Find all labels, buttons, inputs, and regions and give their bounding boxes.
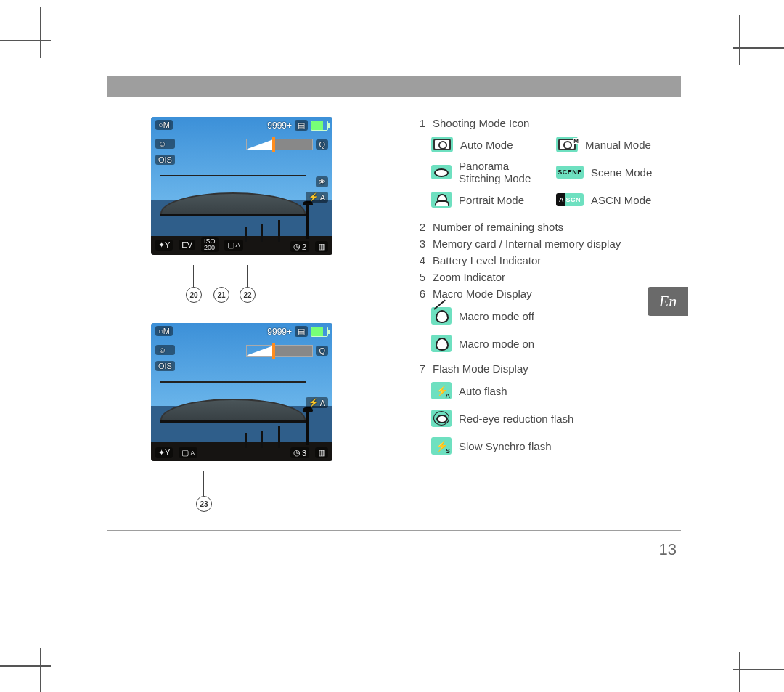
icon-label: Portrait Mode xyxy=(459,194,524,206)
callout-number: 21 xyxy=(213,287,229,303)
header-bar xyxy=(107,76,681,97)
tools-icon: ✦Y xyxy=(155,240,173,251)
callout-number: 23 xyxy=(196,496,212,512)
legend-label: Shooting Mode Icon xyxy=(433,117,681,129)
callout-number: 22 xyxy=(240,287,256,303)
callout-group-top: 20 21 22 xyxy=(171,265,391,309)
shots-remaining-label: 9999+ xyxy=(267,327,292,337)
shots-remaining-label: 9999+ xyxy=(267,121,292,131)
crop-mark xyxy=(40,648,41,692)
legend: 1 Shooting Mode Icon Auto Mode M Manual … xyxy=(391,117,681,515)
lcd-screen-top: ○M 9999+ ▤ ☺ OIS Q ❀ ⚡A xyxy=(151,117,332,255)
icon-label: Panorama Stitching Mode xyxy=(459,160,539,184)
ascn-mode-icon xyxy=(556,193,584,206)
portrait-mode-icon xyxy=(431,192,452,208)
memory-icon: ▤ xyxy=(295,326,308,337)
mode-badge-icon: ○M xyxy=(155,326,173,336)
legend-num: 7 xyxy=(412,362,425,375)
ois-icon: OIS xyxy=(155,361,175,371)
icon-label: Auto flash xyxy=(459,385,507,397)
battery-icon xyxy=(311,327,328,337)
icon-label: ASCN Mode xyxy=(591,194,651,206)
macro-icon: ❀ xyxy=(316,176,328,187)
icon-label: Red-eye reduction flash xyxy=(459,412,573,425)
flash-auto-icon: A xyxy=(431,382,452,399)
memory-icon: ▤ xyxy=(295,120,308,131)
flash-redeye-icon xyxy=(431,410,452,427)
legend-label: Number of remaining shots xyxy=(433,221,681,233)
legend-label: Zoom Indicator xyxy=(433,271,681,283)
zoom-indicator xyxy=(246,345,313,357)
macro-on-icon xyxy=(431,335,452,352)
lcd-screen-bottom: ○M 9999+ ▤ ☺ OIS Q ⚡A xyxy=(151,323,332,461)
wb-icon: ▢A xyxy=(224,240,243,251)
crop-mark xyxy=(40,7,41,58)
magnify-icon: Q xyxy=(316,139,328,150)
zoom-indicator xyxy=(246,139,313,150)
size-icon: ▥ xyxy=(315,447,328,458)
magnify-icon: Q xyxy=(316,346,328,356)
language-tab: En xyxy=(648,287,688,316)
battery-icon xyxy=(311,121,328,131)
crop-mark xyxy=(733,669,784,670)
lcd-previews: ○M 9999+ ▤ ☺ OIS Q ❀ ⚡A xyxy=(107,117,391,515)
page-body: En ○M 9999+ ▤ ☺ OIS xyxy=(107,76,681,515)
manual-mode-icon: M xyxy=(556,137,578,152)
legend-label: Battery Level Indicator xyxy=(433,254,681,266)
crop-mark xyxy=(733,47,784,49)
icon-label: Macro mode off xyxy=(459,310,534,322)
legend-num: 3 xyxy=(412,237,425,250)
scene-mode-icon xyxy=(556,166,584,179)
legend-label: Memory card / Internal memory display xyxy=(433,237,681,250)
callout-number: 20 xyxy=(186,287,202,303)
crop-mark xyxy=(0,40,51,41)
ev-icon: EV xyxy=(179,240,195,250)
callout-group-bottom: 23 xyxy=(181,471,391,515)
auto-mode-icon xyxy=(431,137,453,152)
icon-label: Auto Mode xyxy=(460,139,513,151)
page-number: 13 xyxy=(659,540,677,559)
flash-icon: ⚡A xyxy=(306,192,328,203)
wb-icon: ▢A xyxy=(179,447,197,458)
flash-mode-list: A Auto flash Red-eye reduction flash S S… xyxy=(431,382,681,455)
legend-label: Macro Mode Display xyxy=(433,288,681,300)
tools-icon: ✦Y xyxy=(155,447,173,458)
crop-mark xyxy=(739,652,740,692)
panorama-mode-icon xyxy=(431,165,452,179)
face-detect-icon: ☺ xyxy=(155,345,175,355)
flash-slow-icon: S xyxy=(431,437,452,455)
icon-label: Macro mode on xyxy=(459,338,534,350)
iso-icon: ISO 200 xyxy=(201,237,219,252)
icon-label: Scene Mode xyxy=(591,166,652,179)
self-timer-icon: ◷ 2 xyxy=(290,241,309,252)
macro-mode-list: Macro mode off Macro mode on xyxy=(431,307,681,352)
legend-num: 5 xyxy=(412,271,425,283)
page-footer: 13 xyxy=(107,530,681,569)
legend-num: 4 xyxy=(412,254,425,266)
size-icon: ▥ xyxy=(315,241,328,252)
crop-mark xyxy=(0,665,51,667)
face-detect-icon: ☺ xyxy=(155,139,175,149)
legend-num: 6 xyxy=(412,288,425,300)
macro-off-icon xyxy=(431,307,452,325)
legend-num: 2 xyxy=(412,221,425,233)
shooting-mode-grid: Auto Mode M Manual Mode Panorama Stitchi… xyxy=(431,137,681,215)
legend-label: Flash Mode Display xyxy=(433,362,681,375)
icon-label: Slow Synchro flash xyxy=(459,440,552,452)
flash-icon: ⚡A xyxy=(306,397,328,408)
crop-mark xyxy=(739,15,740,65)
ois-icon: OIS xyxy=(155,155,175,165)
mode-badge-icon: ○M xyxy=(155,120,173,130)
legend-num: 1 xyxy=(412,117,425,129)
icon-label: Manual Mode xyxy=(585,139,651,151)
self-timer-icon: ◷ 3 xyxy=(290,447,309,458)
